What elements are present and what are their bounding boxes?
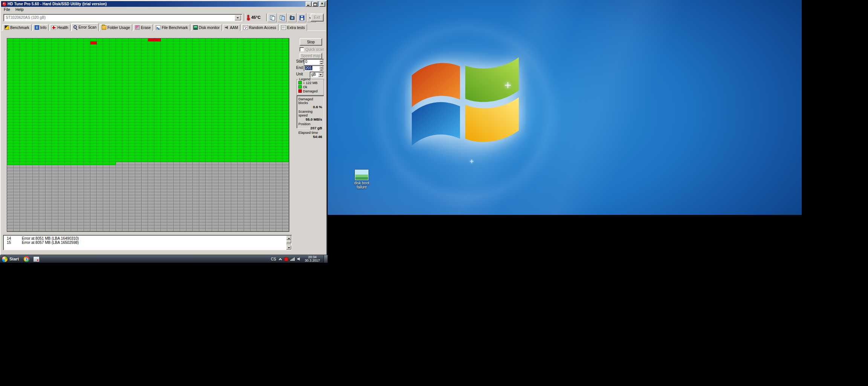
quick-scan-option[interactable]: Quick scan [300,47,324,52]
close-button[interactable] [319,2,325,7]
tab-extra-tests[interactable]: Extra tests [279,24,307,31]
error-text: Error at 8057 MB (LBA 16502598) [22,240,79,245]
scan-block [206,210,212,213]
tab-benchmark[interactable]: Benchmark [2,24,32,31]
chrome-taskbar-icon[interactable] [24,256,29,262]
scan-block [193,114,199,117]
scan-block [58,132,65,135]
scan-block [167,207,174,210]
tab-info[interactable]: Info [32,24,49,31]
scan-block [283,195,289,198]
scan-block [14,219,20,222]
maximize-button[interactable] [312,2,318,7]
scrollbar[interactable] [286,236,291,250]
scan-block [122,189,129,192]
show-hidden-icons-icon[interactable] [278,257,282,261]
tab-file-benchmark[interactable]: File Benchmark [154,24,190,31]
toolbar-copy-image-button[interactable] [278,13,287,22]
scan-block [276,54,283,57]
scan-block [199,81,206,84]
tab-disk-monitor[interactable]: Disk monitor [191,24,222,31]
scan-block [14,228,20,231]
menu-file[interactable]: File [1,7,13,12]
scan-block [110,186,116,189]
hdtune-tray-icon[interactable] [284,257,288,261]
scroll-down-icon[interactable] [286,245,291,250]
scan-block [276,63,283,66]
scan-block [257,219,263,222]
end-field[interactable]: 201 [304,65,324,71]
scan-block [219,147,225,150]
error-list-item[interactable]: 14Error at 8051 MB (LBA 16490310) [4,236,286,240]
start-spinner[interactable] [319,60,323,64]
toolbar-copy-button[interactable] [268,13,277,22]
scan-block [283,60,289,63]
scan-block [90,111,97,114]
scan-block [225,207,231,210]
scan-block [225,84,231,87]
minimize-button[interactable] [306,2,312,7]
scan-block [116,78,122,81]
scan-block [116,165,122,168]
scan-block [283,141,289,144]
scroll-up-icon[interactable] [286,236,291,240]
exit-button[interactable]: Exit [310,14,324,21]
tab-folder-usage[interactable]: Folder Usage [99,24,132,31]
scan-block [97,150,103,153]
scan-block [84,78,90,81]
spin-down-icon[interactable] [319,68,323,70]
quick-scan-checkbox[interactable] [300,47,304,52]
scrollbar-thumb[interactable] [286,240,291,243]
scan-block [110,63,116,66]
start-button[interactable]: Start [0,255,22,263]
scan-block [26,102,33,105]
speed-map-button[interactable]: Speed map [300,53,322,59]
hdtune-taskbar-icon[interactable] [33,256,40,262]
scan-block [122,150,129,153]
tab-error-scan[interactable]: Error Scan [71,23,99,31]
scan-block [122,93,129,96]
error-list-item[interactable]: 15Error at 8057 MB (LBA 16502598) [4,240,286,245]
stop-button[interactable]: Stop [300,38,322,46]
volume-icon[interactable] [297,257,301,261]
combobox-dropdown-icon[interactable] [235,15,241,20]
scan-block [238,225,244,228]
desktop-icon-disk-boot-failure[interactable]: disk boot failure [349,170,374,189]
scan-block [116,168,122,171]
scan-block [212,129,219,132]
unit-dropdown[interactable]: gB [310,72,324,78]
scan-block [263,63,270,66]
scan-block [46,84,52,87]
chevron-down-icon[interactable] [318,72,323,77]
tab-erase[interactable]: Erase [133,24,153,31]
scan-block [174,63,180,66]
toolbar-camera-button[interactable] [287,13,296,22]
scan-block [129,144,135,147]
scan-block [129,189,135,192]
start-field[interactable]: 0 [304,59,324,65]
scan-block [180,102,186,105]
scan-block [283,144,289,147]
show-desktop-button[interactable] [324,255,327,263]
scan-block [26,117,33,120]
scan-block [180,213,186,216]
taskbar-clock[interactable]: 20:34 30.3.2017 [303,256,321,263]
drive-select-combobox[interactable]: ST3320620AS (320 gB) [3,14,242,21]
scan-block [116,111,122,114]
scan-block [122,75,129,78]
toolbar-save-button[interactable] [297,13,306,22]
tab-random-access[interactable]: Random Access [241,24,278,31]
file-benchmark-icon [156,25,160,30]
language-indicator[interactable]: CS [271,257,276,261]
tab-health[interactable]: Health [49,24,70,31]
scan-block [148,138,154,141]
end-spinner[interactable] [319,66,323,70]
scan-block [244,213,251,216]
spin-down-icon[interactable] [319,62,323,64]
tab-aam[interactable]: AAM [223,24,240,31]
error-log-listbox[interactable]: 14Error at 8051 MB (LBA 16490310)15Error… [3,235,292,250]
title-bar[interactable]: HD Tune Pro 5.60 - Hard Disk/SSD Utility… [1,1,326,7]
scan-block [58,159,65,162]
menu-help[interactable]: Help [13,7,26,12]
network-icon[interactable] [290,257,295,261]
